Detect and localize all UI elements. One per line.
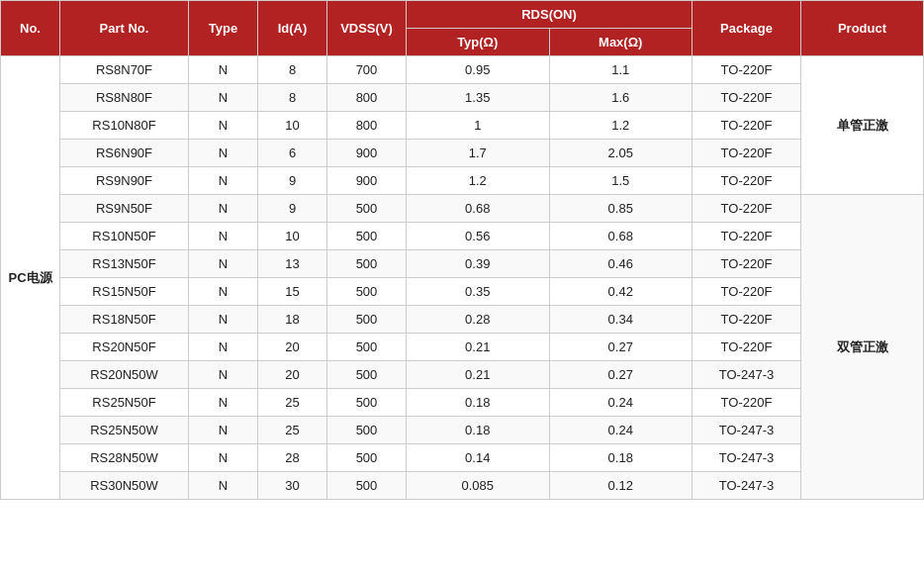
- cell-typ: 1.35: [407, 84, 550, 112]
- cell-id: 15: [258, 278, 327, 306]
- cell-max: 0.12: [549, 472, 693, 500]
- cell-package: TO-220F: [693, 195, 801, 223]
- cell-id: 8: [258, 56, 327, 84]
- header-package: Package: [693, 1, 801, 56]
- cell-partno: RS9N50F: [60, 195, 189, 223]
- table-row: RS9N50FN95000.680.85TO-220F双管正激: [1, 195, 924, 223]
- cell-typ: 0.68: [407, 195, 550, 223]
- cell-partno: RS25N50F: [60, 389, 189, 417]
- cell-id: 18: [258, 306, 327, 334]
- cell-package: TO-220F: [693, 84, 801, 112]
- cell-vdss: 800: [327, 112, 407, 140]
- cell-typ: 0.14: [407, 444, 550, 472]
- cell-max: 0.18: [549, 444, 693, 472]
- cell-vdss: 500: [327, 361, 407, 389]
- cell-typ: 0.18: [407, 417, 550, 444]
- cell-vdss: 800: [327, 84, 407, 112]
- cell-vdss: 900: [327, 140, 407, 167]
- header-id: Id(A): [258, 1, 327, 56]
- cell-type: N: [189, 361, 258, 389]
- table-row: RS28N50WN285000.140.18TO-247-3: [1, 444, 924, 472]
- cell-partno: RS25N50W: [60, 417, 189, 444]
- header-rdson: RDS(ON): [407, 1, 693, 29]
- cell-max: 1.5: [549, 167, 693, 195]
- cell-max: 0.42: [549, 278, 693, 306]
- cell-package: TO-220F: [693, 250, 801, 278]
- cell-package: TO-247-3: [693, 361, 801, 389]
- cell-vdss: 500: [327, 195, 407, 223]
- group-label: PC电源: [1, 56, 60, 500]
- cell-typ: 0.28: [407, 306, 550, 334]
- cell-partno: RS20N50F: [60, 334, 189, 361]
- cell-type: N: [189, 306, 258, 334]
- cell-package: TO-220F: [693, 167, 801, 195]
- cell-package: TO-247-3: [693, 444, 801, 472]
- cell-type: N: [189, 278, 258, 306]
- cell-id: 20: [258, 361, 327, 389]
- table-row: RS9N90FN99001.21.5TO-220F: [1, 167, 924, 195]
- cell-partno: RS30N50W: [60, 472, 189, 500]
- cell-package: TO-220F: [693, 306, 801, 334]
- cell-id: 9: [258, 195, 327, 223]
- cell-partno: RS28N50W: [60, 444, 189, 472]
- table-row: RS20N50FN205000.210.27TO-220F: [1, 334, 924, 361]
- cell-vdss: 500: [327, 444, 407, 472]
- cell-vdss: 500: [327, 250, 407, 278]
- header-product: Product: [801, 1, 924, 56]
- cell-max: 1.1: [549, 56, 693, 84]
- cell-vdss: 500: [327, 417, 407, 444]
- cell-vdss: 500: [327, 278, 407, 306]
- cell-typ: 0.35: [407, 278, 550, 306]
- cell-package: TO-220F: [693, 56, 801, 84]
- cell-package: TO-220F: [693, 334, 801, 361]
- cell-type: N: [189, 389, 258, 417]
- cell-id: 10: [258, 223, 327, 250]
- cell-type: N: [189, 56, 258, 84]
- cell-partno: RS9N90F: [60, 167, 189, 195]
- table-row: PC电源RS8N70FN87000.951.1TO-220F单管正激: [1, 56, 924, 84]
- table-row: RS10N50FN105000.560.68TO-220F: [1, 223, 924, 250]
- cell-typ: 1: [407, 112, 550, 140]
- cell-package: TO-220F: [693, 140, 801, 167]
- cell-type: N: [189, 112, 258, 140]
- cell-max: 0.34: [549, 306, 693, 334]
- cell-typ: 0.21: [407, 361, 550, 389]
- cell-typ: 1.7: [407, 140, 550, 167]
- cell-vdss: 700: [327, 56, 407, 84]
- cell-type: N: [189, 167, 258, 195]
- table-row: RS15N50FN155000.350.42TO-220F: [1, 278, 924, 306]
- cell-typ: 0.085: [407, 472, 550, 500]
- cell-id: 8: [258, 84, 327, 112]
- cell-type: N: [189, 444, 258, 472]
- cell-type: N: [189, 140, 258, 167]
- cell-partno: RS10N50F: [60, 223, 189, 250]
- cell-max: 0.27: [549, 361, 693, 389]
- cell-id: 25: [258, 389, 327, 417]
- cell-max: 0.24: [549, 417, 693, 444]
- cell-id: 25: [258, 417, 327, 444]
- cell-type: N: [189, 84, 258, 112]
- cell-id: 30: [258, 472, 327, 500]
- cell-typ: 0.39: [407, 250, 550, 278]
- table-row: RS13N50FN135000.390.46TO-220F: [1, 250, 924, 278]
- table-row: RS18N50FN185000.280.34TO-220F: [1, 306, 924, 334]
- table-row: RS8N80FN88001.351.6TO-220F: [1, 84, 924, 112]
- cell-partno: RS13N50F: [60, 250, 189, 278]
- cell-id: 9: [258, 167, 327, 195]
- cell-id: 6: [258, 140, 327, 167]
- header-typ: Typ(Ω): [407, 29, 550, 56]
- product-table: No. Part No. Type Id(A) VDSS(V) RDS(ON) …: [0, 0, 924, 500]
- cell-package: TO-220F: [693, 112, 801, 140]
- cell-partno: RS20N50W: [60, 361, 189, 389]
- header-max: Max(Ω): [549, 29, 693, 56]
- cell-vdss: 500: [327, 472, 407, 500]
- cell-max: 0.46: [549, 250, 693, 278]
- cell-package: TO-247-3: [693, 417, 801, 444]
- cell-type: N: [189, 195, 258, 223]
- cell-product: 双管正激: [801, 195, 924, 500]
- cell-vdss: 900: [327, 167, 407, 195]
- cell-max: 1.2: [549, 112, 693, 140]
- cell-max: 0.85: [549, 195, 693, 223]
- cell-package: TO-220F: [693, 389, 801, 417]
- table-row: RS20N50WN205000.210.27TO-247-3: [1, 361, 924, 389]
